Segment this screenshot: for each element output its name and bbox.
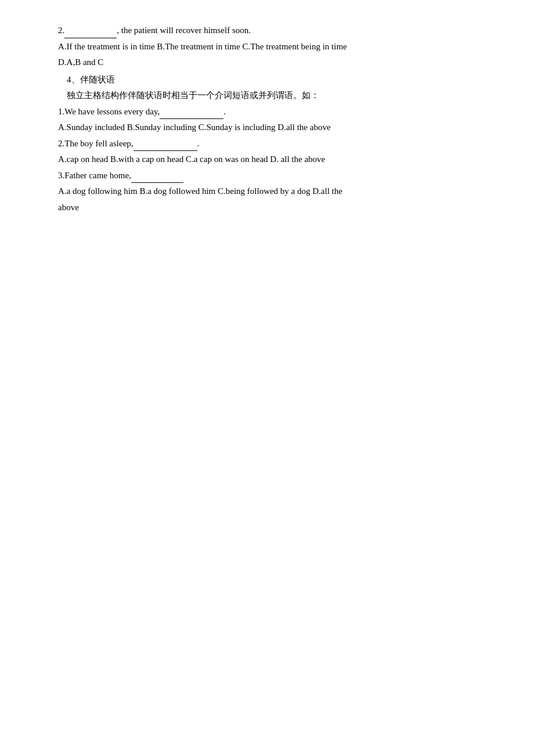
s4-q3-options-cont: above bbox=[58, 200, 488, 215]
s4-q3-options-text: A.a dog following him B.a dog followed h… bbox=[58, 186, 342, 196]
s4-q3-stem-line: 3.Father came home, bbox=[58, 168, 488, 183]
s4-q3-options: A.a dog following him B.a dog followed h… bbox=[58, 184, 488, 199]
q2-blank bbox=[64, 38, 117, 38]
s4-q2-blank bbox=[134, 150, 197, 151]
s4-q2-stem-line: 2.The boy fell asleep,. bbox=[58, 136, 488, 152]
q2-stem-line: 2., the patient will recover himself soo… bbox=[58, 23, 488, 38]
q2-options-text: A.If the treatment is in time B.The trea… bbox=[58, 42, 347, 51]
s4-q2-options-text: A.cap on head B.with a cap on head C.a c… bbox=[58, 154, 325, 164]
q2-rest: , the patient will recover himself soon. bbox=[117, 26, 251, 35]
s4-q1-stem-line: 1.We have lessons every day,. bbox=[58, 105, 488, 120]
section4-title: 4、伴随状语 bbox=[58, 73, 488, 88]
section4-desc-text: 独立主格结构作伴随状语时相当于一个介词短语或并列谓语。如： bbox=[67, 91, 319, 100]
s4-q3-stem: 3.Father came home, bbox=[58, 171, 131, 180]
main-content: 2., the patient will recover himself soo… bbox=[58, 23, 488, 215]
s4-q1-options-text: A.Sunday included B.Sunday including C.S… bbox=[58, 123, 331, 132]
q2-options-abc: A.If the treatment is in time B.The trea… bbox=[58, 39, 488, 55]
s4-q2-end: . bbox=[197, 139, 200, 148]
s4-q2-stem: 2.The boy fell asleep, bbox=[58, 139, 134, 148]
section4-description: 独立主格结构作伴随状语时相当于一个介词短语或并列谓语。如： bbox=[58, 88, 488, 103]
s4-q3-options-cont-text: above bbox=[58, 203, 79, 212]
s4-q1-blank bbox=[160, 118, 223, 119]
q2-option-d: D.A,B and C bbox=[58, 55, 488, 70]
q2-option-d-text: D.A,B and C bbox=[58, 57, 103, 67]
s4-q1-end: . bbox=[223, 107, 226, 116]
section4-title-text: 4、伴随状语 bbox=[67, 75, 115, 84]
q2-number: 2. bbox=[58, 26, 64, 35]
s4-q3-blank bbox=[131, 182, 183, 183]
s4-q1-stem: 1.We have lessons every day, bbox=[58, 107, 160, 116]
s4-q1-options: A.Sunday included B.Sunday including C.S… bbox=[58, 120, 488, 135]
s4-q2-options: A.cap on head B.with a cap on head C.a c… bbox=[58, 152, 488, 167]
